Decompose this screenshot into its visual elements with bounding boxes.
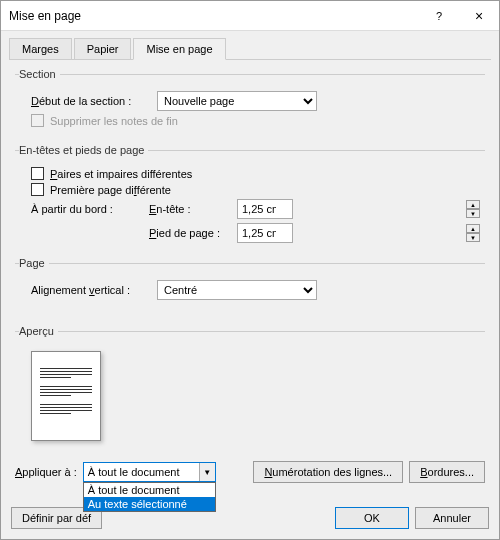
- apply-to-dropdown: À tout le document Au texte sélectionné: [83, 482, 216, 512]
- tab-paper[interactable]: Papier: [74, 38, 132, 60]
- suppress-endnotes-label: Supprimer les notes de fin: [50, 115, 178, 127]
- tab-margins[interactable]: Marges: [9, 38, 72, 60]
- tab-strip: Marges Papier Mise en page: [1, 31, 499, 59]
- headers-footers-legend: En-têtes et pieds de page: [19, 144, 148, 156]
- headers-footers-group: En-têtes et pieds de page Paires et impa…: [15, 144, 485, 247]
- valign-label: Alignement vertical :: [31, 284, 151, 296]
- apply-to-label: Appliquer à :: [15, 466, 77, 478]
- help-button[interactable]: ?: [419, 1, 459, 31]
- close-icon: ×: [475, 8, 483, 24]
- preview-group: Aperçu: [15, 325, 485, 451]
- tab-layout[interactable]: Mise en page: [133, 38, 225, 60]
- from-edge-label: À partir du bord :: [31, 203, 141, 215]
- valign-combo[interactable]: Centré: [157, 280, 317, 300]
- layout-panel: Section DDébut de la section :ébut de la…: [9, 59, 491, 493]
- footer-spinner[interactable]: [237, 223, 293, 243]
- line-numbers-button[interactable]: Numérotation des lignes...: [253, 461, 403, 483]
- page-legend: Page: [19, 257, 49, 269]
- header-label: En-tête :: [149, 203, 229, 215]
- cancel-button[interactable]: Annuler: [415, 507, 489, 529]
- borders-button[interactable]: Bordures...: [409, 461, 485, 483]
- odd-even-checkbox[interactable]: [31, 167, 44, 180]
- close-button[interactable]: ×: [459, 1, 499, 31]
- section-start-combo[interactable]: Nouvelle page: [157, 91, 317, 111]
- footer-label: Pied de page :: [149, 227, 229, 239]
- apply-option-selected-text[interactable]: Au texte sélectionné: [84, 497, 215, 511]
- help-icon: ?: [436, 10, 442, 22]
- first-page-checkbox[interactable]: [31, 183, 44, 196]
- suppress-endnotes-checkbox: [31, 114, 44, 127]
- preview-legend: Aperçu: [19, 325, 58, 337]
- chevron-down-icon: ▼: [199, 463, 215, 481]
- apply-row: Appliquer à : À tout le document ▼ À tou…: [15, 461, 485, 483]
- header-spin-down[interactable]: ▼: [466, 209, 480, 218]
- preview-thumbnail: [31, 351, 101, 441]
- header-spin-up[interactable]: ▲: [466, 200, 480, 209]
- section-legend: Section: [19, 68, 60, 80]
- header-spinner[interactable]: [237, 199, 293, 219]
- first-page-label: Première page différente: [50, 184, 171, 196]
- dialog-title: Mise en page: [9, 9, 419, 23]
- section-group: Section DDébut de la section :ébut de la…: [15, 68, 485, 134]
- titlebar: Mise en page ? ×: [1, 1, 499, 31]
- odd-even-label: Paires et impaires différentes: [50, 168, 192, 180]
- dialog-footer: Définir par déf OK Annuler: [1, 501, 499, 539]
- section-start-label: DDébut de la section :ébut de la section…: [31, 95, 151, 107]
- apply-option-whole-doc[interactable]: À tout le document: [84, 483, 215, 497]
- footer-spin-down[interactable]: ▼: [466, 233, 480, 242]
- page-group: Page Alignement vertical : Centré: [15, 257, 485, 307]
- ok-button[interactable]: OK: [335, 507, 409, 529]
- apply-to-combo[interactable]: À tout le document ▼: [83, 462, 216, 482]
- page-setup-dialog: Mise en page ? × Marges Papier Mise en p…: [0, 0, 500, 540]
- footer-spin-up[interactable]: ▲: [466, 224, 480, 233]
